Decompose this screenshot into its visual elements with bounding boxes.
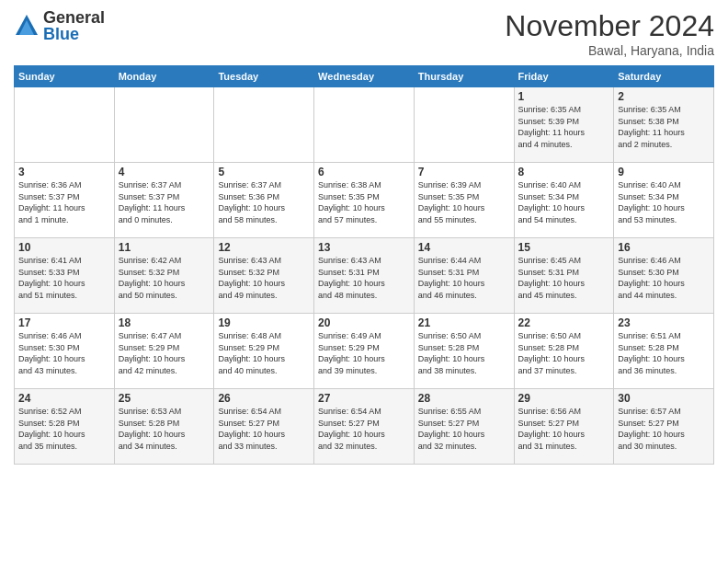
day-cell: 26Sunrise: 6:54 AM Sunset: 5:27 PM Dayli…	[214, 389, 314, 465]
day-number: 4	[119, 166, 210, 178]
day-cell	[114, 87, 214, 163]
week-row-3: 17Sunrise: 6:46 AM Sunset: 5:30 PM Dayli…	[15, 314, 714, 389]
day-number: 14	[418, 241, 510, 254]
weekday-thursday: Thursday	[414, 66, 514, 87]
day-number: 6	[318, 166, 410, 178]
day-cell	[414, 87, 514, 163]
day-number: 2	[618, 90, 710, 103]
day-info: Sunrise: 6:57 AM Sunset: 5:27 PM Dayligh…	[618, 406, 710, 452]
day-number: 7	[418, 166, 510, 178]
day-cell: 13Sunrise: 6:43 AM Sunset: 5:31 PM Dayli…	[314, 238, 415, 314]
weekday-friday: Friday	[514, 66, 614, 87]
calendar-body: 1Sunrise: 6:35 AM Sunset: 5:39 PM Daylig…	[15, 87, 714, 465]
day-info: Sunrise: 6:54 AM Sunset: 5:27 PM Dayligh…	[318, 406, 410, 452]
day-cell: 8Sunrise: 6:40 AM Sunset: 5:34 PM Daylig…	[514, 163, 614, 238]
day-number: 10	[18, 241, 110, 254]
day-number: 22	[518, 316, 610, 329]
weekday-wednesday: Wednesday	[314, 66, 415, 87]
week-row-4: 24Sunrise: 6:52 AM Sunset: 5:28 PM Dayli…	[15, 389, 714, 465]
day-info: Sunrise: 6:35 AM Sunset: 5:38 PM Dayligh…	[618, 104, 710, 150]
location: Bawal, Haryana, India	[505, 43, 714, 58]
week-row-1: 3Sunrise: 6:36 AM Sunset: 5:37 PM Daylig…	[15, 163, 714, 238]
day-cell: 3Sunrise: 6:36 AM Sunset: 5:37 PM Daylig…	[15, 163, 115, 238]
day-cell: 14Sunrise: 6:44 AM Sunset: 5:31 PM Dayli…	[414, 238, 514, 314]
day-number: 19	[218, 316, 310, 329]
logo-text: General Blue	[43, 9, 105, 42]
day-cell: 21Sunrise: 6:50 AM Sunset: 5:28 PM Dayli…	[414, 314, 514, 389]
day-number: 18	[119, 316, 210, 329]
day-info: Sunrise: 6:43 AM Sunset: 5:32 PM Dayligh…	[218, 255, 310, 301]
logo-icon	[14, 13, 40, 39]
day-cell: 30Sunrise: 6:57 AM Sunset: 5:27 PM Dayli…	[614, 389, 714, 465]
day-cell: 10Sunrise: 6:41 AM Sunset: 5:33 PM Dayli…	[15, 238, 115, 314]
day-number: 11	[119, 241, 210, 254]
page: General Blue November 2024 Bawal, Haryan…	[0, 0, 728, 563]
day-cell: 22Sunrise: 6:50 AM Sunset: 5:28 PM Dayli…	[514, 314, 614, 389]
day-cell: 25Sunrise: 6:53 AM Sunset: 5:28 PM Dayli…	[114, 389, 214, 465]
day-cell: 17Sunrise: 6:46 AM Sunset: 5:30 PM Dayli…	[15, 314, 115, 389]
day-cell: 5Sunrise: 6:37 AM Sunset: 5:36 PM Daylig…	[214, 163, 314, 238]
day-info: Sunrise: 6:53 AM Sunset: 5:28 PM Dayligh…	[119, 406, 210, 452]
week-row-2: 10Sunrise: 6:41 AM Sunset: 5:33 PM Dayli…	[15, 238, 714, 314]
weekday-monday: Monday	[114, 66, 214, 87]
day-cell: 28Sunrise: 6:55 AM Sunset: 5:27 PM Dayli…	[414, 389, 514, 465]
day-info: Sunrise: 6:43 AM Sunset: 5:31 PM Dayligh…	[318, 255, 410, 301]
day-cell: 16Sunrise: 6:46 AM Sunset: 5:30 PM Dayli…	[614, 238, 714, 314]
weekday-saturday: Saturday	[614, 66, 714, 87]
day-cell: 1Sunrise: 6:35 AM Sunset: 5:39 PM Daylig…	[514, 87, 614, 163]
day-number: 29	[518, 392, 610, 405]
day-number: 28	[418, 392, 510, 405]
day-number: 5	[218, 166, 310, 178]
calendar-header: SundayMondayTuesdayWednesdayThursdayFrid…	[15, 66, 714, 87]
title-block: November 2024 Bawal, Haryana, India	[505, 9, 714, 58]
day-cell: 23Sunrise: 6:51 AM Sunset: 5:28 PM Dayli…	[614, 314, 714, 389]
day-cell: 20Sunrise: 6:49 AM Sunset: 5:29 PM Dayli…	[314, 314, 415, 389]
day-info: Sunrise: 6:47 AM Sunset: 5:29 PM Dayligh…	[119, 330, 210, 376]
day-number: 13	[318, 241, 410, 254]
day-cell: 29Sunrise: 6:56 AM Sunset: 5:27 PM Dayli…	[514, 389, 614, 465]
day-number: 16	[618, 241, 710, 254]
day-cell: 11Sunrise: 6:42 AM Sunset: 5:32 PM Dayli…	[114, 238, 214, 314]
day-number: 24	[18, 392, 110, 405]
day-number: 3	[18, 166, 110, 178]
header: General Blue November 2024 Bawal, Haryan…	[14, 9, 714, 58]
day-info: Sunrise: 6:40 AM Sunset: 5:34 PM Dayligh…	[518, 179, 610, 225]
day-info: Sunrise: 6:36 AM Sunset: 5:37 PM Dayligh…	[18, 179, 110, 225]
day-info: Sunrise: 6:54 AM Sunset: 5:27 PM Dayligh…	[218, 406, 310, 452]
day-cell: 7Sunrise: 6:39 AM Sunset: 5:35 PM Daylig…	[414, 163, 514, 238]
day-info: Sunrise: 6:45 AM Sunset: 5:31 PM Dayligh…	[518, 255, 610, 301]
day-cell: 4Sunrise: 6:37 AM Sunset: 5:37 PM Daylig…	[114, 163, 214, 238]
day-number: 1	[518, 90, 610, 103]
day-number: 8	[518, 166, 610, 178]
day-number: 25	[119, 392, 210, 405]
day-number: 20	[318, 316, 410, 329]
day-number: 9	[618, 166, 710, 178]
day-info: Sunrise: 6:35 AM Sunset: 5:39 PM Dayligh…	[518, 104, 610, 150]
day-info: Sunrise: 6:42 AM Sunset: 5:32 PM Dayligh…	[119, 255, 210, 301]
day-info: Sunrise: 6:39 AM Sunset: 5:35 PM Dayligh…	[418, 179, 510, 225]
day-info: Sunrise: 6:41 AM Sunset: 5:33 PM Dayligh…	[18, 255, 110, 301]
day-cell: 15Sunrise: 6:45 AM Sunset: 5:31 PM Dayli…	[514, 238, 614, 314]
day-info: Sunrise: 6:50 AM Sunset: 5:28 PM Dayligh…	[518, 330, 610, 376]
day-number: 21	[418, 316, 510, 329]
day-info: Sunrise: 6:56 AM Sunset: 5:27 PM Dayligh…	[518, 406, 610, 452]
day-info: Sunrise: 6:44 AM Sunset: 5:31 PM Dayligh…	[418, 255, 510, 301]
weekday-sunday: Sunday	[15, 66, 115, 87]
day-cell	[214, 87, 314, 163]
day-info: Sunrise: 6:48 AM Sunset: 5:29 PM Dayligh…	[218, 330, 310, 376]
day-info: Sunrise: 6:49 AM Sunset: 5:29 PM Dayligh…	[318, 330, 410, 376]
day-number: 26	[218, 392, 310, 405]
day-cell: 9Sunrise: 6:40 AM Sunset: 5:34 PM Daylig…	[614, 163, 714, 238]
day-info: Sunrise: 6:52 AM Sunset: 5:28 PM Dayligh…	[18, 406, 110, 452]
day-number: 30	[618, 392, 710, 405]
weekday-row: SundayMondayTuesdayWednesdayThursdayFrid…	[15, 66, 714, 87]
day-cell: 27Sunrise: 6:54 AM Sunset: 5:27 PM Dayli…	[314, 389, 415, 465]
day-cell: 18Sunrise: 6:47 AM Sunset: 5:29 PM Dayli…	[114, 314, 214, 389]
logo-blue: Blue	[43, 25, 79, 43]
day-cell: 12Sunrise: 6:43 AM Sunset: 5:32 PM Dayli…	[214, 238, 314, 314]
month-title: November 2024	[505, 9, 714, 43]
day-info: Sunrise: 6:51 AM Sunset: 5:28 PM Dayligh…	[618, 330, 710, 376]
week-row-0: 1Sunrise: 6:35 AM Sunset: 5:39 PM Daylig…	[15, 87, 714, 163]
day-info: Sunrise: 6:37 AM Sunset: 5:36 PM Dayligh…	[218, 179, 310, 225]
day-info: Sunrise: 6:38 AM Sunset: 5:35 PM Dayligh…	[318, 179, 410, 225]
